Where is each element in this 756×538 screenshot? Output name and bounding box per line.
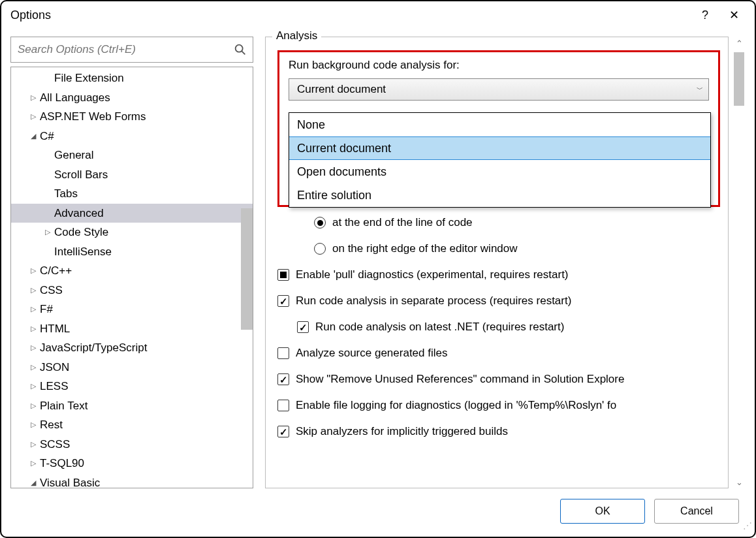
- tree-item[interactable]: ◢Visual Basic: [11, 473, 253, 489]
- tree-item-label: JavaScript/TypeScript: [40, 338, 147, 358]
- ok-button[interactable]: OK: [560, 499, 645, 524]
- tree-item-label: Tabs: [54, 184, 78, 204]
- search-icon: [233, 42, 247, 57]
- tree-item-label: F#: [40, 300, 53, 319]
- tree-item-label: Scroll Bars: [54, 165, 108, 185]
- tree-item[interactable]: ▷C/C++: [11, 261, 253, 281]
- chevron-collapsed-icon: ▷: [45, 223, 54, 242]
- chk-source-generated[interactable]: Analyze source generated files: [277, 340, 720, 366]
- tree-item-label: C#: [40, 127, 54, 146]
- tree-item-label: ASP.NET Web Forms: [40, 107, 146, 127]
- help-button[interactable]: ?: [691, 5, 719, 25]
- dropdown-option[interactable]: None: [289, 113, 710, 136]
- scroll-down-icon[interactable]: ⌄: [734, 477, 744, 487]
- dropdown-option[interactable]: Open documents: [289, 160, 710, 183]
- tree-item-label: Rest: [40, 415, 63, 435]
- chevron-collapsed-icon: ▷: [31, 107, 40, 127]
- resize-grip-icon[interactable]: ⋰: [742, 524, 752, 534]
- tree-item-label: Code Style: [54, 223, 108, 242]
- svg-point-0: [236, 45, 243, 52]
- svg-line-1: [242, 51, 245, 54]
- checkbox-icon: [277, 373, 289, 385]
- tree-item[interactable]: ▷JavaScript/TypeScript: [11, 338, 253, 358]
- radio-end-of-line[interactable]: at the end of the line of code: [277, 210, 720, 236]
- checkbox-icon: [277, 400, 289, 411]
- tree-item[interactable]: ▷Rest: [11, 415, 253, 435]
- tree-item-label: HTML: [40, 319, 70, 339]
- radio-icon: [314, 243, 326, 255]
- chevron-collapsed-icon: ▷: [31, 454, 40, 473]
- cancel-button[interactable]: Cancel: [654, 499, 739, 524]
- tree-item[interactable]: ▷JSON: [11, 358, 253, 377]
- highlight-box: Run background code analysis for: Curren…: [277, 50, 720, 207]
- tree-item[interactable]: ▷Plain Text: [11, 396, 253, 416]
- tree-item[interactable]: Advanced: [11, 204, 253, 223]
- tree-item-label: LESS: [40, 377, 68, 396]
- search-input-wrap[interactable]: [10, 37, 253, 63]
- chevron-collapsed-icon: ▷: [31, 396, 40, 416]
- checkbox-icon: [277, 426, 289, 437]
- tree-item-label: JSON: [40, 358, 69, 377]
- tree-item-label: T-SQL90: [40, 454, 84, 473]
- tree-item[interactable]: ▷All Languages: [11, 88, 253, 108]
- tree-item-label: SCSS: [40, 435, 70, 454]
- tree-item-label: All Languages: [40, 88, 110, 108]
- chevron-collapsed-icon: ▷: [31, 377, 40, 396]
- tree-item[interactable]: IntelliSense: [11, 242, 253, 262]
- chevron-collapsed-icon: ▷: [31, 261, 40, 281]
- tree-item[interactable]: ▷HTML: [11, 319, 253, 339]
- tree-item-label: CSS: [40, 281, 63, 300]
- tree-item-label: Visual Basic: [40, 473, 100, 489]
- tree-item[interactable]: General: [11, 146, 253, 165]
- close-button[interactable]: ✕: [719, 5, 748, 25]
- chk-unused-references[interactable]: Show "Remove Unused References" command …: [277, 366, 720, 392]
- bg-analysis-dropdown[interactable]: NoneCurrent documentOpen documentsEntire…: [289, 112, 711, 208]
- dropdown-option[interactable]: Entire solution: [289, 183, 710, 207]
- chevron-collapsed-icon: ▷: [31, 435, 40, 454]
- content-scrollbar[interactable]: ⌃ ⌄: [732, 37, 746, 488]
- chevron-collapsed-icon: ▷: [31, 300, 40, 319]
- options-dialog: Options ? ✕ File Extension▷All Languages…: [0, 0, 756, 538]
- chk-file-logging[interactable]: Enable file logging for diagnostics (log…: [277, 392, 720, 419]
- options-tree[interactable]: File Extension▷All Languages▷ASP.NET Web…: [10, 67, 253, 488]
- bg-analysis-label: Run background code analysis for:: [289, 59, 709, 72]
- chk-separate-process[interactable]: Run code analysis in separate process (r…: [277, 288, 720, 314]
- chevron-collapsed-icon: ▷: [31, 415, 40, 435]
- tree-item[interactable]: ▷ASP.NET Web Forms: [11, 107, 253, 127]
- bg-analysis-combo[interactable]: Current document ﹀: [289, 78, 709, 101]
- tree-item[interactable]: Tabs: [11, 184, 253, 204]
- radio-right-edge[interactable]: on the right edge of the editor window: [277, 236, 720, 262]
- chevron-collapsed-icon: ▷: [31, 338, 40, 358]
- checkbox-icon: [297, 321, 309, 333]
- window-title: Options: [10, 8, 691, 22]
- tree-scrollbar-thumb[interactable]: [241, 208, 253, 330]
- tree-item-label: General: [54, 146, 93, 165]
- dropdown-option[interactable]: Current document: [289, 136, 710, 160]
- tree-item-label: Plain Text: [40, 396, 87, 416]
- scrollbar-thumb[interactable]: [734, 52, 744, 106]
- tree-item-label: Advanced: [54, 204, 104, 223]
- chevron-collapsed-icon: ▷: [31, 319, 40, 339]
- checkbox-icon: [277, 347, 289, 359]
- tree-item[interactable]: ▷LESS: [11, 377, 253, 396]
- tree-item[interactable]: ▷SCSS: [11, 435, 253, 454]
- titlebar: Options ? ✕: [1, 1, 755, 30]
- tree-item[interactable]: ▷F#: [11, 300, 253, 319]
- tree-item[interactable]: ▷Code Style: [11, 223, 253, 242]
- checkbox-icon: [277, 269, 289, 281]
- chk-pull-diagnostics[interactable]: Enable 'pull' diagnostics (experimental,…: [277, 262, 720, 288]
- tree-item[interactable]: ◢C#: [11, 127, 253, 146]
- bg-analysis-combo-value: Current document: [297, 83, 386, 96]
- tree-item[interactable]: Scroll Bars: [11, 165, 253, 185]
- radio-icon: [314, 217, 326, 229]
- tree-item-label: C/C++: [40, 261, 72, 281]
- chk-skip-analyzers[interactable]: Skip analyzers for implicitly triggered …: [277, 419, 720, 445]
- search-input[interactable]: [16, 42, 233, 57]
- chevron-collapsed-icon: ▷: [31, 358, 40, 377]
- analysis-group-title: Analysis: [272, 29, 321, 42]
- tree-item[interactable]: ▷CSS: [11, 281, 253, 300]
- tree-item[interactable]: ▷T-SQL90: [11, 454, 253, 473]
- chk-latest-net[interactable]: Run code analysis on latest .NET (requir…: [277, 314, 720, 340]
- scroll-up-icon[interactable]: ⌃: [734, 38, 744, 48]
- tree-item[interactable]: File Extension: [11, 69, 253, 88]
